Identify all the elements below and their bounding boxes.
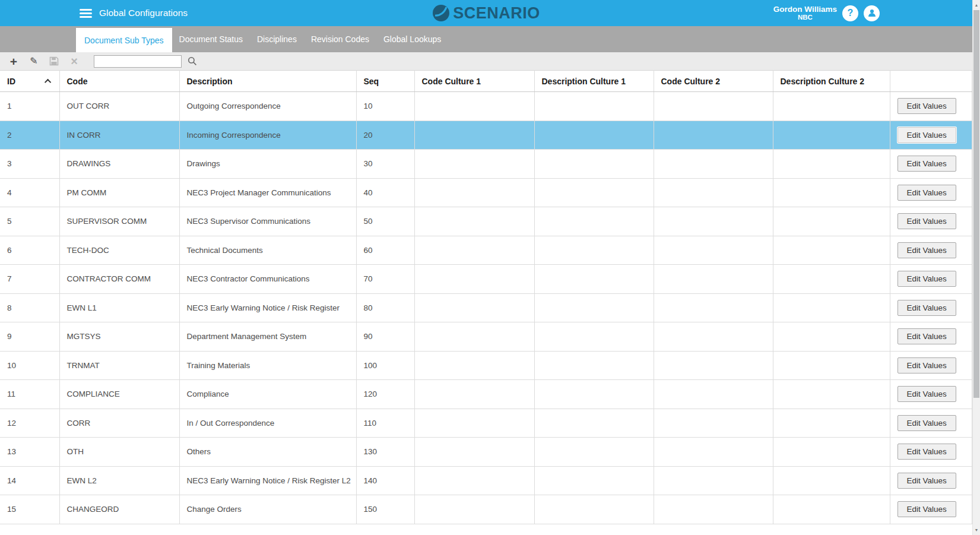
cell-code-culture-2 [654,265,773,294]
table-row[interactable]: 7CONTRACTOR COMMNEC3 Contractor Communic… [0,265,972,294]
edit-values-button[interactable]: Edit Values [897,271,956,287]
table-row[interactable]: 12CORRIn / Out Correspondence110Edit Val… [0,409,972,438]
cell-seq: 150 [356,495,414,524]
cell-code-culture-1 [414,351,534,380]
cell-code-culture-1 [414,178,534,207]
scroll-up-icon[interactable]: ▲ [973,1,980,10]
edit-values-button[interactable]: Edit Values [897,127,956,143]
table-row[interactable]: 8EWN L1NEC3 Early Warning Notice / Risk … [0,293,972,322]
cell-description: Outgoing Correspondence [179,92,356,121]
tab-document-status[interactable]: Document Status [172,26,250,52]
table-row[interactable]: 10TRNMATTraining Materials100Edit Values [0,351,972,380]
edit-values-button[interactable]: Edit Values [897,98,956,114]
edit-values-button[interactable]: Edit Values [897,156,956,172]
table-row[interactable]: 6TECH-DOCTechnical Documents60Edit Value… [0,236,972,265]
cell-code-culture-1 [414,495,534,524]
column-header-code-culture-1[interactable]: Code Culture 1 [414,71,534,92]
cell-seq: 40 [356,178,414,207]
cell-description-culture-2 [773,92,890,121]
column-header-label: ID [7,77,15,86]
table-row[interactable]: 15CHANGEORDChange Orders150Edit Values [0,495,972,524]
column-header-seq[interactable]: Seq [356,71,414,92]
cell-code-culture-1 [414,265,534,294]
user-icon[interactable] [864,5,880,21]
table-row[interactable]: 9MGTSYSDepartment Management System90Edi… [0,322,972,352]
cell-actions: Edit Values [890,150,972,179]
user-name: Gordon Williams [773,5,837,14]
cell-description-culture-2 [773,322,890,352]
cell-description-culture-2 [773,121,890,150]
cell-seq: 50 [356,207,414,236]
column-header-code-culture-2[interactable]: Code Culture 2 [654,71,773,92]
tab-global-lookups[interactable]: Global Lookups [376,26,448,52]
edit-values-button[interactable]: Edit Values [897,386,956,402]
cell-seq: 30 [356,150,414,179]
table-row[interactable]: 2IN CORRIncoming Correspondence20Edit Va… [0,121,972,150]
add-button[interactable]: + [6,53,21,69]
cell-id: 13 [0,438,59,467]
cell-actions: Edit Values [890,207,972,236]
column-header-id[interactable]: ID [0,71,59,92]
cell-code: SUPERVISOR COMM [59,207,179,236]
edit-values-button[interactable]: Edit Values [897,242,956,258]
column-header-description-culture-1[interactable]: Description Culture 1 [534,71,654,92]
app-window: Global Configurations SCENARIO Gordon Wi… [0,0,972,535]
edit-values-button[interactable]: Edit Values [897,357,956,373]
cell-code-culture-1 [414,322,534,352]
cell-description-culture-2 [773,438,890,467]
cell-description: Others [179,438,356,467]
edit-values-button[interactable]: Edit Values [897,300,956,316]
search-icon [188,56,197,66]
cell-description: NEC3 Project Manager Communications [179,178,356,207]
column-header-description[interactable]: Description [179,71,356,92]
cell-code-culture-2 [654,438,773,467]
column-header-description-culture-2[interactable]: Description Culture 2 [773,71,890,92]
table-row[interactable]: 4PM COMMNEC3 Project Manager Communicati… [0,178,972,207]
cell-description: NEC3 Early Warning Notice / Risk Registe… [179,293,356,322]
edit-values-button[interactable]: Edit Values [897,444,956,460]
cell-seq: 130 [356,438,414,467]
edit-values-button[interactable]: Edit Values [897,328,956,344]
table-row[interactable]: 11COMPLIANCECompliance120Edit Values [0,380,972,409]
edit-values-button[interactable]: Edit Values [897,213,956,229]
scenario-logo-icon [432,4,450,22]
edit-values-button[interactable]: Edit Values [897,473,956,489]
cell-actions: Edit Values [890,121,972,150]
help-icon[interactable]: ? [842,5,858,21]
vertical-scrollbar[interactable]: ▲ ▼ [972,0,980,535]
cell-code-culture-2 [654,121,773,150]
cell-actions: Edit Values [890,178,972,207]
column-header-code[interactable]: Code [59,71,179,92]
tab-disciplines[interactable]: Disciplines [250,26,304,52]
tab-revision-codes[interactable]: Revision Codes [304,26,376,52]
cell-seq: 80 [356,293,414,322]
document-sub-types-table: ID Code Description Seq Code Culture 1 D… [0,70,972,524]
cell-code-culture-1 [414,92,534,121]
edit-values-button[interactable]: Edit Values [897,185,956,201]
scrollbar-thumb[interactable] [973,10,979,398]
menu-icon[interactable] [80,9,92,18]
search-input[interactable] [94,55,182,68]
cell-id: 15 [0,495,59,524]
table-row[interactable]: 1OUT CORROutgoing Correspondence10Edit V… [0,92,972,121]
table-row[interactable]: 5SUPERVISOR COMMNEC3 Supervisor Communic… [0,207,972,236]
edit-values-button[interactable]: Edit Values [897,415,956,431]
cell-description-culture-1 [534,121,654,150]
search-button[interactable] [188,56,197,66]
cell-description: Compliance [179,380,356,409]
scroll-down-icon[interactable]: ▼ [973,525,980,534]
cell-description-culture-2 [773,351,890,380]
save-button[interactable] [46,53,62,69]
edit-values-button[interactable]: Edit Values [897,501,956,517]
cell-actions: Edit Values [890,351,972,380]
table-row[interactable]: 13OTHOthers130Edit Values [0,438,972,467]
cell-description-culture-1 [534,178,654,207]
edit-button[interactable]: ✎ [26,53,42,69]
tab-document-sub-types[interactable]: Document Sub Types [76,28,172,52]
cell-actions: Edit Values [890,466,972,495]
cell-code: OUT CORR [59,92,179,121]
table-row[interactable]: 3DRAWINGSDrawings30Edit Values [0,150,972,179]
delete-button[interactable]: × [66,53,82,69]
cell-code-culture-1 [414,438,534,467]
table-row[interactable]: 14EWN L2NEC3 Early Warning Notice / Risk… [0,466,972,495]
